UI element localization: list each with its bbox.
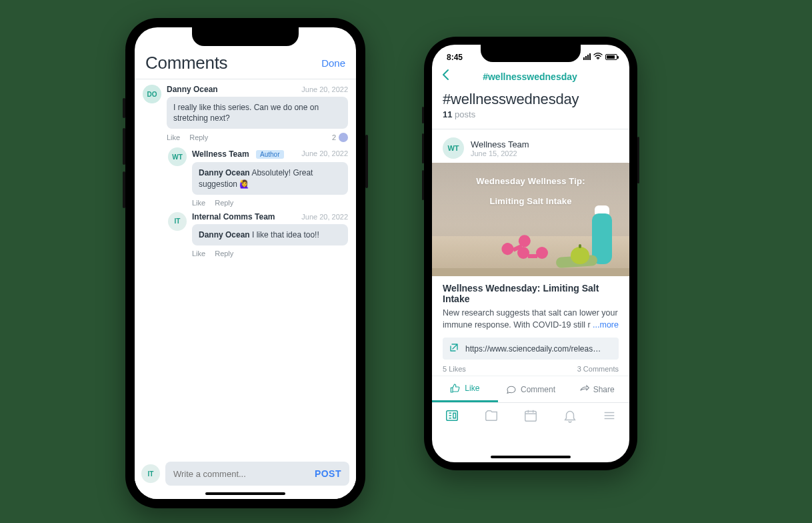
comment-author: Wellness Team — [192, 149, 249, 159]
comment-author: Internal Comms Team — [192, 212, 275, 221]
hashtag-header: #wellnesswednesday 11 posts — [432, 88, 629, 121]
comment-date: June 20, 2022 — [301, 85, 348, 93]
external-link-icon — [449, 343, 459, 354]
tab-notifications[interactable] — [551, 408, 590, 423]
comments-list: DO Danny Ocean June 20, 2022 I really li… — [135, 79, 356, 499]
signal-icon — [583, 53, 591, 60]
reply-button[interactable]: Reply — [215, 199, 233, 207]
tab-bar — [432, 402, 629, 432]
comment-action[interactable]: Comment — [498, 376, 564, 402]
comment-author: Danny Ocean — [167, 85, 218, 94]
like-button[interactable]: Like — [167, 133, 180, 141]
likes-count[interactable]: 5 Likes — [443, 365, 466, 373]
like-reaction-icon — [339, 133, 348, 142]
comment-input[interactable]: POST — [165, 462, 349, 486]
page-title: Comments — [145, 53, 227, 73]
comment-item: IT Internal Comms Team June 20, 2022 Dan… — [135, 207, 356, 257]
hashtag-title: #wellnesswednesday — [443, 91, 619, 108]
post-author: Wellness Team — [471, 139, 529, 149]
post-stats: 5 Likes 3 Comments — [432, 360, 629, 376]
link-preview[interactable]: https://www.sciencedaily.com/releas… — [443, 338, 619, 360]
post-date: June 15, 2022 — [471, 149, 529, 157]
comment-date: June 20, 2022 — [301, 213, 348, 221]
hero-text-2: Limiting Salt Intake — [432, 196, 629, 206]
avatar: WT — [443, 137, 464, 159]
reply-button[interactable]: Reply — [189, 133, 208, 141]
battery-icon — [605, 54, 617, 60]
status-bar: 8:45 — [432, 45, 629, 67]
home-indicator — [205, 492, 285, 495]
tab-files[interactable] — [471, 408, 511, 423]
comment-item: WT Wellness Team Author June 20, 2022 Da — [135, 142, 356, 206]
phone-feed: 8:45 #wellnesswednesday #wellnesswednesd… — [424, 37, 637, 470]
like-button[interactable]: Like — [192, 199, 205, 207]
tab-calendar[interactable] — [511, 408, 550, 423]
feed-post: WT Wellness Team June 15, 2022 Wednesday… — [432, 129, 629, 402]
author-badge: Author — [256, 150, 283, 159]
mention[interactable]: Danny Ocean — [199, 230, 250, 239]
comment-body: I really like this series. Can we do one… — [167, 97, 348, 129]
compose-bar: IT POST — [135, 455, 356, 490]
like-button[interactable]: Like — [192, 249, 205, 257]
like-count: 2 — [332, 133, 348, 142]
device-notch — [192, 27, 299, 46]
wifi-icon — [593, 53, 603, 61]
nav-title: #wellnesswednesday — [440, 71, 620, 82]
post-button[interactable]: POST — [315, 468, 341, 479]
avatar: IT — [141, 464, 160, 483]
mention[interactable]: Danny Ocean — [199, 168, 250, 177]
like-action[interactable]: Like — [432, 376, 498, 402]
status-time: 8:45 — [447, 53, 463, 62]
comment-body: Danny Ocean I like that idea too!! — [192, 224, 348, 245]
post-title: Wellness Wednesday: Limiting Salt Intake — [432, 276, 629, 307]
post-action-bar: Like Comment Share — [432, 376, 629, 402]
comment-date: June 20, 2022 — [301, 149, 348, 157]
avatar: IT — [168, 212, 187, 231]
link-url: https://www.sciencedaily.com/releas… — [465, 344, 612, 354]
comment-item: DO Danny Ocean June 20, 2022 I really li… — [135, 79, 356, 142]
post-count: 11 posts — [443, 109, 619, 119]
comment-body: Danny Ocean Absolutely! Great suggestion… — [192, 162, 348, 194]
home-indicator — [491, 456, 571, 458]
post-hero: Wednesday Wellness Tip: Limiting Salt In… — [432, 163, 629, 276]
avatar: DO — [143, 85, 161, 103]
share-action[interactable]: Share — [563, 376, 629, 402]
tab-menu[interactable] — [590, 408, 629, 423]
apple-icon — [571, 247, 589, 264]
tab-feed[interactable] — [432, 408, 471, 423]
comment-input-field[interactable] — [173, 469, 315, 479]
reply-button[interactable]: Reply — [215, 249, 233, 257]
done-button[interactable]: Done — [321, 57, 345, 69]
post-body: New research suggests that salt can lowe… — [432, 307, 629, 331]
phone-comments: Comments Done DO Danny Ocean June 20, 20… — [125, 18, 365, 508]
comments-count[interactable]: 3 Comments — [577, 365, 619, 373]
more-button[interactable]: ...more — [593, 320, 619, 330]
svg-rect-2 — [525, 412, 537, 422]
svg-point-0 — [597, 58, 599, 59]
nav-bar: #wellnesswednesday — [432, 67, 629, 88]
dumbbell-icon — [517, 247, 548, 262]
hero-text-1: Wednesday Wellness Tip: — [432, 176, 629, 186]
avatar: WT — [168, 147, 187, 166]
